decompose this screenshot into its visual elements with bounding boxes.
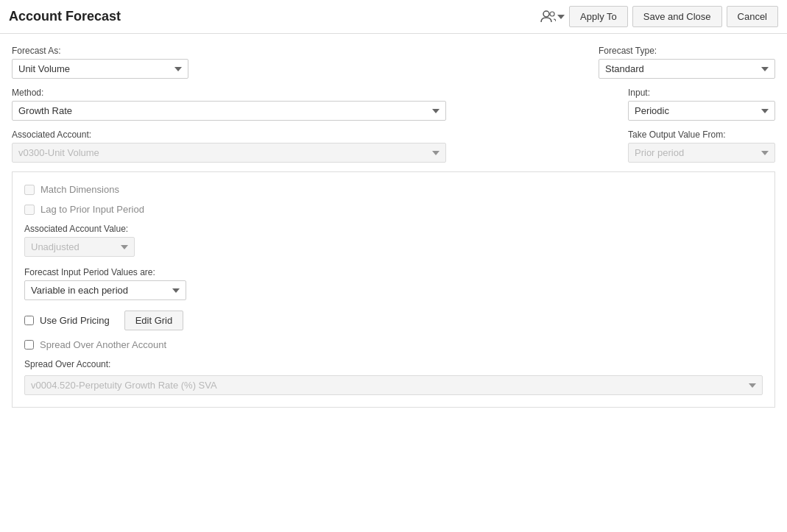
lag-prior-label: Lag to Prior Input Period xyxy=(40,204,144,215)
forecast-type-select[interactable]: Standard xyxy=(599,59,775,79)
method-group: Method: Growth Rate xyxy=(12,88,613,121)
forecast-as-group: Forecast As: Unit Volume xyxy=(12,46,188,79)
forecast-input-period-select[interactable]: Variable in each period xyxy=(24,280,186,300)
lag-prior-checkbox[interactable] xyxy=(24,205,35,215)
svg-point-1 xyxy=(550,12,554,16)
associated-account-label: Associated Account: xyxy=(12,130,613,140)
input-select[interactable]: Periodic xyxy=(628,101,775,121)
spread-over-account-group: Spread Over Account: v0004.520-Perpetuit… xyxy=(24,359,763,395)
match-dimensions-label: Match Dimensions xyxy=(40,184,119,195)
forecast-input-period-label: Forecast Input Period Values are: xyxy=(24,267,763,277)
match-dimensions-row: Match Dimensions xyxy=(24,184,763,195)
use-grid-pricing-row: Use Grid Pricing Edit Grid xyxy=(24,311,763,330)
forecast-as-select[interactable]: Unit Volume xyxy=(12,59,188,79)
spread-over-another-row: Spread Over Another Account xyxy=(24,339,763,350)
assoc-account-value-group: Associated Account Value: Unadjusted xyxy=(24,224,763,257)
take-output-group: Take Output Value From: Prior period xyxy=(628,130,775,163)
method-select[interactable]: Growth Rate xyxy=(12,101,446,121)
lag-prior-row: Lag to Prior Input Period xyxy=(24,204,763,215)
header-actions: Apply To Save and Close Cancel xyxy=(540,6,778,27)
input-group: Input: Periodic xyxy=(628,88,775,121)
forecast-row: Forecast As: Unit Volume Forecast Type: … xyxy=(12,46,775,79)
associated-account-select: v0300-Unit Volume xyxy=(12,143,446,163)
associated-row: Associated Account: v0300-Unit Volume Ta… xyxy=(12,130,775,163)
user-icon-button[interactable] xyxy=(540,9,565,25)
edit-grid-button[interactable]: Edit Grid xyxy=(124,311,184,330)
forecast-as-label: Forecast As: xyxy=(12,46,188,56)
assoc-account-value-select: Unadjusted xyxy=(24,237,135,257)
cancel-button[interactable]: Cancel xyxy=(727,6,778,27)
header: Account Forecast Apply To Save and Close… xyxy=(0,0,787,34)
use-grid-pricing-checkbox[interactable] xyxy=(24,316,34,325)
svg-point-0 xyxy=(543,11,549,17)
forecast-type-label: Forecast Type: xyxy=(599,46,775,56)
inner-panel: Match Dimensions Lag to Prior Input Peri… xyxy=(12,171,775,408)
use-grid-pricing-label: Use Grid Pricing xyxy=(40,315,110,326)
associated-account-group: Associated Account: v0300-Unit Volume xyxy=(12,130,613,163)
spread-over-another-checkbox[interactable] xyxy=(24,340,34,350)
apply-to-button[interactable]: Apply To xyxy=(569,6,628,27)
main-content: Forecast As: Unit Volume Forecast Type: … xyxy=(0,34,787,419)
forecast-input-period-group: Forecast Input Period Values are: Variab… xyxy=(24,267,763,300)
chevron-down-icon xyxy=(557,15,565,19)
method-label: Method: xyxy=(12,88,613,98)
assoc-account-value-label: Associated Account Value: xyxy=(24,224,763,234)
spread-over-account-label: Spread Over Account: xyxy=(24,359,763,369)
save-and-close-button[interactable]: Save and Close xyxy=(632,6,722,27)
user-icon xyxy=(540,9,556,25)
input-label: Input: xyxy=(628,88,775,98)
page-title: Account Forecast xyxy=(9,9,121,24)
method-row: Method: Growth Rate Input: Periodic xyxy=(12,88,775,121)
match-dimensions-checkbox[interactable] xyxy=(24,185,35,195)
take-output-label: Take Output Value From: xyxy=(628,130,775,140)
spread-over-account-select: v0004.520-Perpetuity Growth Rate (%) SVA xyxy=(24,375,763,395)
forecast-type-group: Forecast Type: Standard xyxy=(599,46,775,79)
take-output-select: Prior period xyxy=(628,143,775,163)
spread-over-another-label: Spread Over Another Account xyxy=(40,339,166,350)
